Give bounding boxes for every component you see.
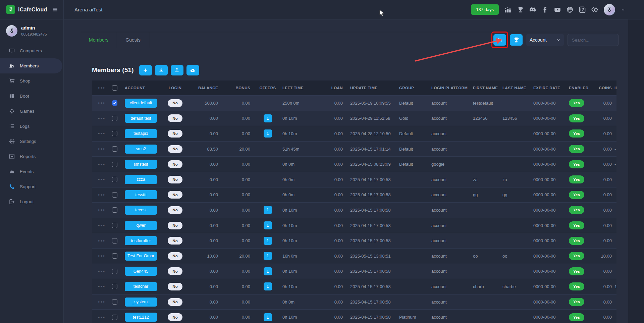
- account-pill[interactable]: testapi1: [125, 129, 157, 138]
- sidebar-item-shop[interactable]: Shop: [0, 73, 62, 89]
- hamburger-menu-icon[interactable]: [52, 7, 58, 12]
- row-menu-button[interactable]: ●●●: [98, 193, 105, 197]
- guests-trophy-button[interactable]: [510, 34, 523, 46]
- account-filter-select[interactable]: Account: [526, 34, 564, 46]
- row-menu-button[interactable]: ●●●: [98, 239, 105, 243]
- row-checkbox[interactable]: [112, 284, 117, 289]
- cloud-download-button[interactable]: [186, 65, 199, 75]
- login-badge: No: [168, 206, 182, 214]
- import-upload-button[interactable]: [171, 65, 183, 75]
- row-checkbox[interactable]: [112, 100, 117, 106]
- sidebar-item-logout[interactable]: Logout: [0, 194, 62, 209]
- account-pill[interactable]: tessttt: [125, 190, 157, 199]
- sidebar-item-settings[interactable]: Settings: [0, 134, 62, 149]
- row-menu-button[interactable]: ●●●: [98, 300, 105, 304]
- row-checkbox[interactable]: [112, 253, 117, 259]
- row-checkbox[interactable]: [112, 223, 117, 228]
- sidebar-item-games[interactable]: Games: [0, 104, 62, 119]
- table-row[interactable]: ●●●test1212No0.000.0010h 10m0.002025-04-…: [92, 309, 616, 323]
- table-row[interactable]: ●●●clientdefaultNo500.000.00250h 0m0.002…: [92, 95, 616, 111]
- row-menu-button[interactable]: ●●●: [98, 163, 105, 166]
- trophy-icon[interactable]: [517, 6, 524, 13]
- table-row[interactable]: ●●●qwerNo0.000.0010h 10m0.002025-04-15 1…: [92, 218, 616, 233]
- account-pill[interactable]: test1212: [125, 313, 157, 322]
- table-row[interactable]: ●●●teeestNo0.000.0010h 10m0.002025-04-15…: [92, 202, 616, 218]
- account-pill[interactable]: testforoffer: [125, 236, 157, 245]
- chevron-down-icon[interactable]: [621, 7, 625, 12]
- row-checkbox[interactable]: [112, 177, 117, 182]
- layers-icon[interactable]: [591, 6, 598, 13]
- table-row[interactable]: ●●●_system_No0.000.000h 0m0.002025-04-15…: [92, 294, 616, 310]
- account-pill[interactable]: Geri445: [125, 267, 157, 276]
- account-pill[interactable]: sms2: [125, 145, 157, 154]
- table-row[interactable]: ●●●sms2No83.5020.0051h 45m0.002025-04-15…: [92, 141, 616, 157]
- account-pill[interactable]: teeest: [125, 206, 157, 215]
- account-pill[interactable]: zzza: [125, 175, 157, 184]
- row-checkbox[interactable]: [112, 238, 117, 244]
- table-row[interactable]: ●●●Test For OmarNo10.0020.00116h 0m0.002…: [92, 248, 616, 264]
- row-menu-button[interactable]: ●●●: [98, 147, 105, 151]
- members-view-button[interactable]: [493, 34, 506, 46]
- sidebar-item-support[interactable]: Support: [0, 179, 62, 194]
- row-checkbox[interactable]: [112, 146, 117, 152]
- account-pill[interactable]: default test: [125, 114, 157, 123]
- row-menu-button[interactable]: ●●●: [98, 178, 105, 181]
- page-scroll-gutter[interactable]: [628, 19, 644, 323]
- table-row[interactable]: ●●●smstestNo0.000.000h 0m0.002025-04-15 …: [92, 156, 616, 172]
- row-checkbox[interactable]: [112, 299, 117, 305]
- account-pill[interactable]: clientdefault: [125, 99, 157, 108]
- export-download-button[interactable]: [155, 65, 168, 75]
- account-pill[interactable]: Test For Omar: [125, 252, 157, 261]
- globe-icon[interactable]: [567, 6, 573, 13]
- row-menu-button[interactable]: ●●●: [98, 101, 105, 105]
- row-menu-button[interactable]: ●●●: [98, 117, 105, 120]
- login-badge: No: [168, 130, 182, 138]
- table-row[interactable]: ●●●testcharNo0.000.0010h 10m0.002025-04-…: [92, 279, 616, 294]
- cell-value: 0h 10m: [282, 208, 297, 213]
- add-member-button[interactable]: [139, 65, 152, 75]
- table-row[interactable]: ●●●zzzaNo0.000.000h 0m0.002025-04-15 17:…: [92, 172, 616, 187]
- sidebar-item-events[interactable]: Events: [0, 164, 62, 179]
- row-menu-button[interactable]: ●●●: [98, 208, 105, 212]
- table-row[interactable]: ●●●testapi1No0.000.0010h 10m0.002025-04-…: [92, 126, 616, 141]
- select-all-checkbox[interactable]: [112, 85, 117, 91]
- account-pill[interactable]: smstest: [125, 160, 157, 169]
- sidebar-item-boot[interactable]: Boot: [0, 89, 62, 104]
- row-checkbox[interactable]: [112, 269, 117, 274]
- icafecloud-icon[interactable]: [579, 6, 586, 13]
- podium-icon[interactable]: [504, 6, 511, 13]
- row-menu-button[interactable]: ●●●: [98, 270, 105, 273]
- table-row[interactable]: ●●●default testNo0.000.0010h 10m0.002025…: [92, 111, 616, 126]
- row-checkbox[interactable]: [112, 192, 117, 198]
- row-menu-button[interactable]: ●●●: [98, 254, 105, 258]
- facebook-icon[interactable]: [542, 6, 548, 13]
- sidebar-item-computers[interactable]: Computers: [0, 43, 62, 58]
- account-pill[interactable]: qwer: [125, 221, 157, 230]
- user-avatar[interactable]: [604, 4, 615, 15]
- row-checkbox[interactable]: [112, 116, 117, 121]
- row-checkbox[interactable]: [112, 162, 117, 167]
- account-pill[interactable]: _system_: [125, 298, 157, 307]
- row-menu-button[interactable]: ●●●: [98, 132, 105, 135]
- tab-guests[interactable]: Guests: [117, 32, 149, 48]
- tab-members[interactable]: Members: [80, 32, 117, 48]
- sidebar-item-logs[interactable]: Logs: [0, 119, 62, 134]
- header-menu-button[interactable]: ●●●: [98, 86, 105, 90]
- table-row[interactable]: ●●●testforofferNo0.000.0010h 10m0.002025…: [92, 233, 616, 248]
- row-checkbox[interactable]: [112, 131, 117, 136]
- row-checkbox[interactable]: [112, 207, 117, 213]
- sidebar-user-avatar[interactable]: [6, 25, 17, 37]
- table-row[interactable]: ●●●tesstttNo0.000.000h 0m0.002025-04-15 …: [92, 187, 616, 203]
- days-badge[interactable]: 137 days: [471, 4, 499, 15]
- row-menu-button[interactable]: ●●●: [98, 316, 105, 319]
- row-checkbox[interactable]: [112, 315, 117, 320]
- search-input[interactable]: [568, 34, 619, 46]
- sidebar-item-members[interactable]: Members: [0, 58, 62, 73]
- account-pill[interactable]: testchar: [125, 282, 157, 291]
- row-menu-button[interactable]: ●●●: [98, 224, 105, 227]
- discord-icon[interactable]: [529, 6, 536, 13]
- sidebar-item-reports[interactable]: Reports: [0, 149, 62, 164]
- row-menu-button[interactable]: ●●●: [98, 285, 105, 288]
- table-row[interactable]: ●●●Geri445No0.000.0010h 10m0.002025-04-1…: [92, 264, 616, 279]
- youtube-icon[interactable]: [554, 6, 561, 13]
